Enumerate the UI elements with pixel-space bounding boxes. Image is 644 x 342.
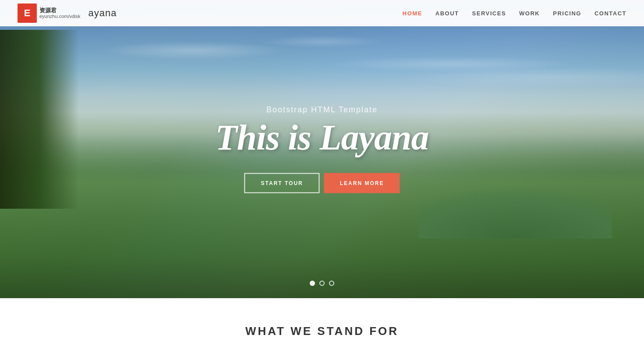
hero-buttons: START TOUR LEARN MORE: [215, 173, 428, 193]
section-title: WHAT WE STAND FOR: [18, 324, 626, 338]
nav-link-home[interactable]: HOME: [403, 10, 422, 17]
nav-links: HOME ABOUT SERVICES WORK PRICING CONTACT: [403, 9, 626, 17]
nav-item-contact[interactable]: CONTACT: [594, 9, 626, 17]
hero-title: This is Layana: [215, 120, 428, 156]
nav-link-pricing[interactable]: PRICING: [553, 10, 581, 17]
brand-logo[interactable]: E 资源君 eyunzhu.com/vdisk ayana: [18, 4, 117, 23]
navbar: E 资源君 eyunzhu.com/vdisk ayana HOME ABOUT…: [0, 0, 644, 26]
brand-icon-letter: E: [18, 4, 37, 23]
nav-item-pricing[interactable]: PRICING: [553, 9, 581, 17]
hero-hills: [419, 164, 612, 239]
brand-url: eyunzhu.com/vdisk: [39, 14, 81, 19]
hero-trees-left: [0, 30, 79, 209]
brand-chinese: 资源君: [39, 7, 81, 14]
nav-item-about[interactable]: ABOUT: [435, 9, 459, 17]
carousel-dot-1[interactable]: [310, 281, 315, 286]
hero-content: Bootstrap HTML Template This is Layana S…: [215, 105, 428, 193]
what-we-stand-section: WHAT WE STAND FOR: [0, 298, 644, 342]
nav-link-services[interactable]: SERVICES: [472, 10, 506, 17]
nav-link-work[interactable]: WORK: [519, 10, 540, 17]
nav-item-home[interactable]: HOME: [403, 9, 422, 17]
brand-logo-text: ayana: [88, 7, 117, 19]
hero-subtitle: Bootstrap HTML Template: [215, 105, 428, 114]
start-tour-button[interactable]: START TOUR: [244, 173, 320, 193]
nav-link-contact[interactable]: CONTACT: [594, 10, 626, 17]
brand-text-block: 资源君 eyunzhu.com/vdisk: [39, 7, 81, 20]
learn-more-button[interactable]: LEARN MORE: [324, 173, 400, 193]
carousel-dot-2[interactable]: [319, 281, 325, 286]
hero-clouds: [0, 24, 644, 113]
nav-link-about[interactable]: ABOUT: [435, 10, 459, 17]
nav-item-services[interactable]: SERVICES: [472, 9, 506, 17]
brand-watermark: E 资源君 eyunzhu.com/vdisk: [18, 4, 81, 23]
nav-item-work[interactable]: WORK: [519, 9, 540, 17]
carousel-dot-3[interactable]: [329, 281, 334, 286]
hero-section: Bootstrap HTML Template This is Layana S…: [0, 0, 644, 298]
carousel-dots: [310, 281, 334, 286]
